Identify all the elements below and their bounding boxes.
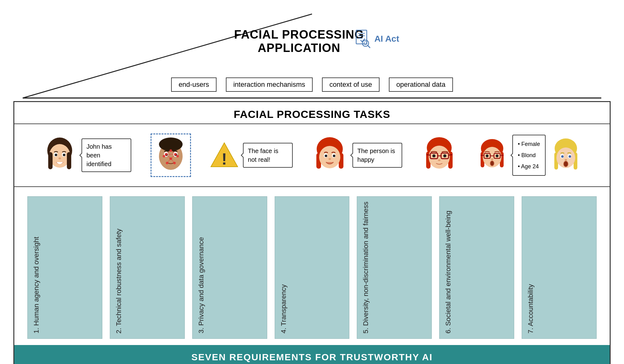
req-1-text: 1. Human agency and oversight — [32, 237, 41, 334]
attr-female: • Female — [518, 138, 540, 150]
roof-label-interaction: interaction mechanisms — [226, 77, 313, 92]
req-col-3: 3. Privacy and data governance — [192, 196, 267, 339]
req-7-text: 7. Accountability — [526, 284, 535, 334]
req-4-text: 4. Transparency — [279, 284, 288, 334]
ai-act-badge: AI Act — [354, 30, 399, 48]
svg-point-73 — [491, 158, 493, 160]
req-6-text: 6. Societal and environmental well-being — [444, 211, 453, 334]
svg-point-82 — [561, 155, 564, 158]
svg-point-71 — [486, 154, 488, 157]
task-glasses — [421, 136, 457, 175]
bottom-bar: SEVEN REQUIREMENTS FOR TRUSTWORTHY AI — [14, 345, 610, 364]
req-5-text: 5. Diversity, non-discrimination and fai… — [361, 202, 370, 334]
svg-point-53 — [429, 146, 450, 169]
identification-bubble: John has been identified — [81, 138, 131, 172]
attr-age: • Age 24 — [518, 161, 540, 172]
face-glasses — [421, 136, 457, 175]
task-deepfake: ! The face is not real! — [210, 141, 293, 169]
face-landmark — [152, 135, 189, 175]
req-col-2: 2. Technical robustness and safety — [110, 196, 185, 339]
svg-line-7 — [368, 45, 370, 48]
svg-point-61 — [438, 159, 440, 161]
tasks-row: John has been identified — [14, 124, 610, 187]
ai-act-icon — [354, 30, 372, 48]
req-col-7: 7. Accountability — [522, 196, 597, 339]
svg-point-15 — [63, 154, 65, 156]
req-col-6: 6. Societal and environmental well-being — [439, 196, 514, 339]
face-red-hair-emotion — [312, 136, 348, 175]
tasks-header: FACIAL PROCESSING TASKS — [14, 102, 610, 124]
task-identification: John has been identified — [43, 137, 131, 174]
svg-point-16 — [58, 157, 61, 159]
svg-point-75 — [491, 161, 494, 166]
svg-point-49 — [328, 158, 331, 160]
svg-point-84 — [565, 159, 567, 161]
svg-rect-10 — [48, 152, 53, 169]
roof-label-end-users: end-users — [171, 77, 217, 92]
landmark-frame — [151, 133, 191, 177]
task-emotion: The person is happy — [312, 136, 402, 175]
requirements-row: 1. Human agency and oversight 2. Technic… — [14, 187, 610, 345]
roof-section: FACIAL PROCESSING APPLICATION AI Act end… — [13, 11, 611, 101]
svg-point-48 — [333, 155, 335, 157]
svg-line-69 — [481, 155, 484, 156]
emotion-bubble: The person is happy — [352, 143, 402, 168]
svg-rect-11 — [67, 152, 71, 169]
svg-point-83 — [569, 155, 571, 158]
svg-point-14 — [55, 154, 57, 156]
svg-point-47 — [325, 155, 327, 157]
face-attr-source — [477, 138, 508, 173]
task-attributes: • Female • Blond • Age 24 — [477, 135, 581, 176]
face-blond — [550, 138, 581, 173]
svg-point-18 — [159, 138, 183, 151]
warning-icon: ! — [210, 141, 238, 169]
svg-point-60 — [443, 154, 446, 157]
attr-blond: • Blond — [518, 150, 540, 161]
req-col-1: 1. Human agency and oversight — [27, 196, 102, 339]
svg-point-31 — [176, 155, 179, 157]
svg-point-44 — [319, 146, 340, 168]
deepfake-bubble: The face is not real! — [243, 143, 293, 168]
svg-text:!: ! — [221, 150, 227, 168]
svg-point-59 — [432, 154, 435, 157]
req-2-text: 2. Technical robustness and safety — [114, 229, 123, 334]
main-container: FACIAL PROCESSING APPLICATION AI Act end… — [13, 11, 611, 353]
req-col-5: 5. Diversity, non-discrimination and fai… — [357, 196, 432, 339]
svg-point-30 — [163, 155, 165, 157]
roof-labels: end-users interaction mechanisms context… — [171, 77, 453, 92]
face-dark-hair — [43, 137, 77, 174]
req-3-text: 3. Privacy and data governance — [197, 237, 206, 333]
svg-point-72 — [496, 154, 498, 157]
body-section: FACIAL PROCESSING TASKS — [13, 101, 611, 364]
task-landmarks — [151, 133, 191, 177]
req-col-4: 4. Transparency — [275, 196, 350, 339]
app-title: FACIAL PROCESSING APPLICATION — [234, 28, 364, 55]
svg-point-86 — [564, 161, 568, 166]
roof-label-context: context of use — [322, 77, 380, 92]
svg-line-70 — [500, 155, 504, 156]
roof-label-operational: operational data — [389, 77, 453, 92]
